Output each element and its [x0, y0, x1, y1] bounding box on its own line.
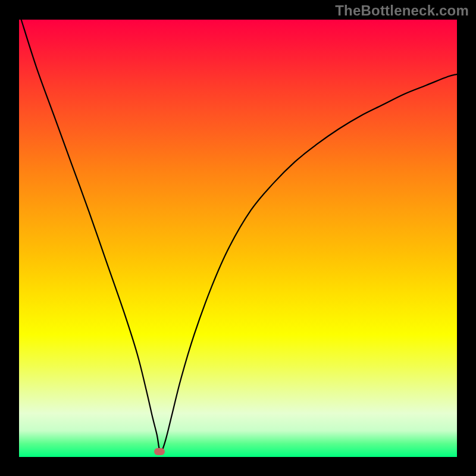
bottleneck-curve [19, 20, 457, 457]
min-point-marker [154, 448, 165, 455]
chart-frame: TheBottleneck.com [0, 0, 476, 476]
watermark-text: TheBottleneck.com [335, 2, 469, 19]
plot-area [19, 20, 457, 457]
